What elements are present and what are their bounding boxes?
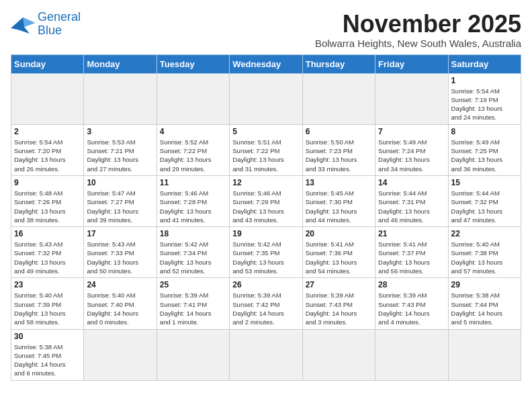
calendar-cell (302, 329, 375, 380)
calendar-week-row: 23Sunrise: 5:40 AMSunset: 7:39 PMDayligh… (11, 278, 521, 329)
day-info: Sunrise: 5:42 AMSunset: 7:35 PMDaylight:… (232, 240, 299, 275)
calendar-cell: 29Sunrise: 5:38 AMSunset: 7:44 PMDayligh… (448, 278, 521, 329)
calendar-cell: 11Sunrise: 5:46 AMSunset: 7:28 PMDayligh… (157, 175, 229, 226)
calendar-cell: 20Sunrise: 5:41 AMSunset: 7:36 PMDayligh… (302, 227, 375, 278)
day-info: Sunrise: 5:43 AMSunset: 7:33 PMDaylight:… (87, 240, 153, 275)
day-info: Sunrise: 5:43 AMSunset: 7:32 PMDaylight:… (14, 240, 81, 275)
calendar-cell: 4Sunrise: 5:52 AMSunset: 7:22 PMDaylight… (157, 124, 229, 175)
day-info: Sunrise: 5:38 AMSunset: 7:45 PMDaylight:… (14, 342, 81, 378)
day-number: 7 (378, 127, 445, 136)
calendar-cell: 25Sunrise: 5:39 AMSunset: 7:41 PMDayligh… (157, 278, 229, 329)
day-number: 23 (14, 280, 81, 289)
day-info: Sunrise: 5:45 AMSunset: 7:30 PMDaylight:… (306, 189, 372, 224)
calendar-cell: 23Sunrise: 5:40 AMSunset: 7:39 PMDayligh… (11, 278, 84, 329)
calendar-cell: 24Sunrise: 5:40 AMSunset: 7:40 PMDayligh… (84, 278, 157, 329)
calendar-week-row: 30Sunrise: 5:38 AMSunset: 7:45 PMDayligh… (11, 329, 521, 380)
day-number: 5 (232, 127, 299, 136)
weekday-header-thursday: Thursday (302, 54, 375, 73)
day-info: Sunrise: 5:46 AMSunset: 7:28 PMDaylight:… (160, 189, 226, 224)
day-info: Sunrise: 5:44 AMSunset: 7:32 PMDaylight:… (451, 189, 518, 224)
day-info: Sunrise: 5:54 AMSunset: 7:19 PMDaylight:… (451, 87, 518, 122)
logo-general: General (38, 10, 81, 24)
day-info: Sunrise: 5:39 AMSunset: 7:43 PMDaylight:… (306, 291, 372, 326)
day-info: Sunrise: 5:39 AMSunset: 7:41 PMDaylight:… (160, 291, 226, 326)
weekday-header-friday: Friday (375, 54, 448, 73)
calendar-cell (84, 329, 157, 380)
day-info: Sunrise: 5:52 AMSunset: 7:22 PMDaylight:… (160, 138, 226, 173)
calendar-cell (230, 73, 302, 124)
calendar-cell: 6Sunrise: 5:50 AMSunset: 7:23 PMDaylight… (302, 124, 375, 175)
day-number: 2 (14, 127, 81, 136)
day-info: Sunrise: 5:47 AMSunset: 7:27 PMDaylight:… (87, 189, 153, 224)
day-info: Sunrise: 5:41 AMSunset: 7:36 PMDaylight:… (306, 240, 372, 275)
calendar-cell: 3Sunrise: 5:53 AMSunset: 7:21 PMDaylight… (84, 124, 157, 175)
weekday-header-wednesday: Wednesday (230, 54, 302, 73)
day-number: 11 (160, 178, 226, 187)
day-number: 10 (87, 178, 153, 187)
day-number: 13 (306, 178, 372, 187)
calendar-cell: 28Sunrise: 5:39 AMSunset: 7:43 PMDayligh… (375, 278, 448, 329)
day-number: 30 (14, 332, 81, 341)
day-info: Sunrise: 5:41 AMSunset: 7:37 PMDaylight:… (378, 240, 445, 275)
day-info: Sunrise: 5:53 AMSunset: 7:21 PMDaylight:… (87, 138, 153, 173)
day-number: 6 (306, 127, 372, 136)
calendar-table: SundayMondayTuesdayWednesdayThursdayFrid… (11, 54, 521, 381)
calendar-cell: 2Sunrise: 5:54 AMSunset: 7:20 PMDaylight… (11, 124, 84, 175)
day-info: Sunrise: 5:39 AMSunset: 7:42 PMDaylight:… (232, 291, 299, 326)
calendar-cell: 13Sunrise: 5:45 AMSunset: 7:30 PMDayligh… (302, 175, 375, 226)
day-number: 16 (14, 229, 81, 238)
calendar-cell: 12Sunrise: 5:46 AMSunset: 7:29 PMDayligh… (230, 175, 302, 226)
day-number: 1 (451, 76, 518, 85)
calendar-cell (375, 329, 448, 380)
calendar-week-row: 2Sunrise: 5:54 AMSunset: 7:20 PMDaylight… (11, 124, 521, 175)
day-info: Sunrise: 5:48 AMSunset: 7:26 PMDaylight:… (14, 189, 81, 224)
day-info: Sunrise: 5:49 AMSunset: 7:25 PMDaylight:… (451, 138, 518, 173)
weekday-header-saturday: Saturday (448, 54, 521, 73)
calendar-cell: 17Sunrise: 5:43 AMSunset: 7:33 PMDayligh… (84, 227, 157, 278)
day-info: Sunrise: 5:46 AMSunset: 7:29 PMDaylight:… (232, 189, 299, 224)
day-number: 29 (451, 280, 518, 289)
day-info: Sunrise: 5:44 AMSunset: 7:31 PMDaylight:… (378, 189, 445, 224)
calendar-cell: 16Sunrise: 5:43 AMSunset: 7:32 PMDayligh… (11, 227, 84, 278)
calendar-cell: 9Sunrise: 5:48 AMSunset: 7:26 PMDaylight… (11, 175, 84, 226)
calendar-cell (157, 73, 229, 124)
calendar-week-row: 1Sunrise: 5:54 AMSunset: 7:19 PMDaylight… (11, 73, 521, 124)
calendar-cell (302, 73, 375, 124)
day-number: 18 (160, 229, 226, 238)
calendar-week-row: 9Sunrise: 5:48 AMSunset: 7:26 PMDaylight… (11, 175, 521, 226)
day-info: Sunrise: 5:49 AMSunset: 7:24 PMDaylight:… (378, 138, 445, 173)
day-info: Sunrise: 5:51 AMSunset: 7:22 PMDaylight:… (232, 138, 299, 173)
calendar-cell (157, 329, 229, 380)
logo-icon (11, 15, 35, 34)
day-number: 27 (306, 280, 372, 289)
calendar-cell: 22Sunrise: 5:40 AMSunset: 7:38 PMDayligh… (448, 227, 521, 278)
calendar-cell: 27Sunrise: 5:39 AMSunset: 7:43 PMDayligh… (302, 278, 375, 329)
svg-marker-1 (23, 17, 35, 27)
day-info: Sunrise: 5:38 AMSunset: 7:44 PMDaylight:… (451, 291, 518, 326)
calendar-cell (230, 329, 302, 380)
day-info: Sunrise: 5:40 AMSunset: 7:40 PMDaylight:… (87, 291, 153, 326)
weekday-header-sunday: Sunday (11, 54, 84, 73)
weekday-header-row: SundayMondayTuesdayWednesdayThursdayFrid… (11, 54, 521, 73)
day-number: 15 (451, 178, 518, 187)
calendar-cell (84, 73, 157, 124)
calendar-cell: 30Sunrise: 5:38 AMSunset: 7:45 PMDayligh… (11, 329, 84, 380)
calendar-cell (448, 329, 521, 380)
calendar-cell: 1Sunrise: 5:54 AMSunset: 7:19 PMDaylight… (448, 73, 521, 124)
calendar-cell: 15Sunrise: 5:44 AMSunset: 7:32 PMDayligh… (448, 175, 521, 226)
day-number: 8 (451, 127, 518, 136)
calendar-week-row: 16Sunrise: 5:43 AMSunset: 7:32 PMDayligh… (11, 227, 521, 278)
day-number: 25 (160, 280, 226, 289)
day-info: Sunrise: 5:40 AMSunset: 7:38 PMDaylight:… (451, 240, 518, 275)
page-header: General Blue November 2025 Bolwarra Heig… (11, 11, 521, 49)
location-title: Bolwarra Heights, New South Wales, Austr… (315, 38, 521, 49)
weekday-header-monday: Monday (84, 54, 157, 73)
weekday-header-tuesday: Tuesday (157, 54, 229, 73)
calendar-cell: 26Sunrise: 5:39 AMSunset: 7:42 PMDayligh… (230, 278, 302, 329)
day-number: 17 (87, 229, 153, 238)
calendar-cell (11, 73, 84, 124)
day-number: 24 (87, 280, 153, 289)
calendar-cell: 14Sunrise: 5:44 AMSunset: 7:31 PMDayligh… (375, 175, 448, 226)
logo-blue: Blue (38, 24, 62, 37)
logo-text: General Blue (38, 11, 81, 38)
